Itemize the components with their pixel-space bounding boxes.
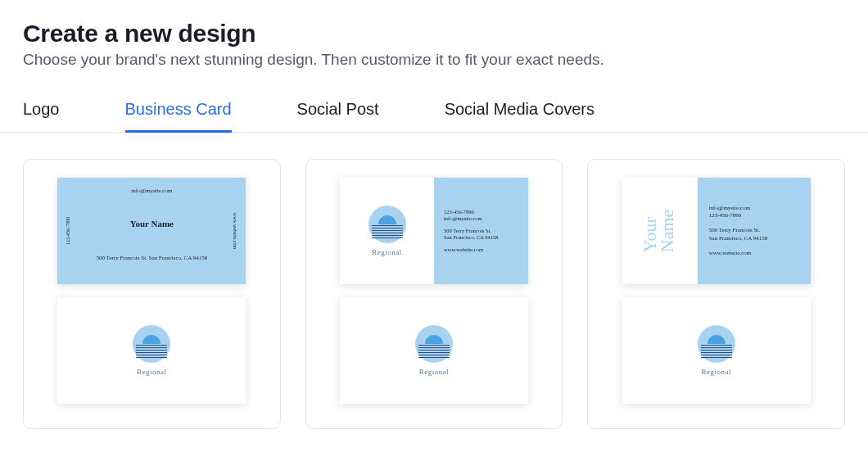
template-card[interactable]: Regional 123-456-7890 info@mysite.com 50… [305,159,563,429]
card-address: 500 Terry Francois St. San Francisco, CA… [57,255,246,261]
tabs: Logo Business Card Social Post Social Me… [0,77,868,133]
template-card[interactable]: Your Name info@mysite.com 123-456-7890 5… [587,159,845,429]
card-email: info@mysite.com [57,178,246,194]
card-logo-panel: Regional [340,178,434,284]
tab-logo[interactable]: Logo [23,100,60,132]
card-name: Your Name [57,219,246,228]
brand-name: Regional [137,368,167,376]
card-phone: 123-456-7890 [66,217,70,245]
sun-logo-icon [698,325,735,363]
card-address-line1: 500 Terry Francois St. [444,228,528,234]
sun-logo-icon [415,325,453,363]
card-address-line1: 500 Terry Francois St. [709,227,811,235]
brand-name: Regional [701,368,731,376]
business-card-front: info@mysite.com Your Name 500 Terry Fran… [57,178,246,284]
sun-logo-icon [368,206,406,243]
page-subtitle: Choose your brand's next stunning design… [23,51,845,69]
page-title: Create a new design [23,20,845,48]
brand-name: Regional [419,368,450,376]
brand-logo: Regional [133,325,170,376]
template-grid: info@mysite.com Your Name 500 Terry Fran… [0,133,868,429]
business-card-front: Your Name info@mysite.com 123-456-7890 5… [622,178,811,284]
tab-social-post[interactable]: Social Post [297,100,379,132]
brand-logo: Regional [415,325,453,376]
card-address-line2: San Francisco, CA 94158 [709,235,811,243]
business-card-back: Regional [340,297,528,404]
card-phone: 123-456-7890 [709,212,811,220]
card-email: info@mysite.com [709,205,811,213]
sun-logo-icon [133,325,170,363]
tab-social-media-covers[interactable]: Social Media Covers [445,100,594,132]
business-card-front: Regional 123-456-7890 info@mysite.com 50… [340,178,528,284]
card-phone: 123-456-7890 [444,209,528,215]
card-name: Your Name [643,210,677,253]
header: Create a new design Choose your brand's … [0,0,868,77]
card-website: www.website.com [709,250,811,258]
brand-name: Regional [372,248,402,256]
card-address-line2: San Francisco, CA 94158 [444,234,528,241]
card-email: info@mysite.com [444,215,528,222]
card-info-panel: 123-456-7890 info@mysite.com 500 Terry F… [434,178,528,284]
tab-business-card[interactable]: Business Card [125,100,232,132]
card-info-panel: info@mysite.com 123-456-7890 500 Terry F… [698,178,811,284]
card-name-panel: Your Name [622,178,698,284]
card-website: www.website.com [233,213,237,249]
business-card-back: Regional [57,297,246,404]
brand-logo: Regional [368,206,406,256]
card-website: www.website.com [444,247,528,253]
template-card[interactable]: info@mysite.com Your Name 500 Terry Fran… [23,159,281,429]
brand-logo: Regional [698,325,735,376]
business-card-back: Regional [622,297,811,404]
